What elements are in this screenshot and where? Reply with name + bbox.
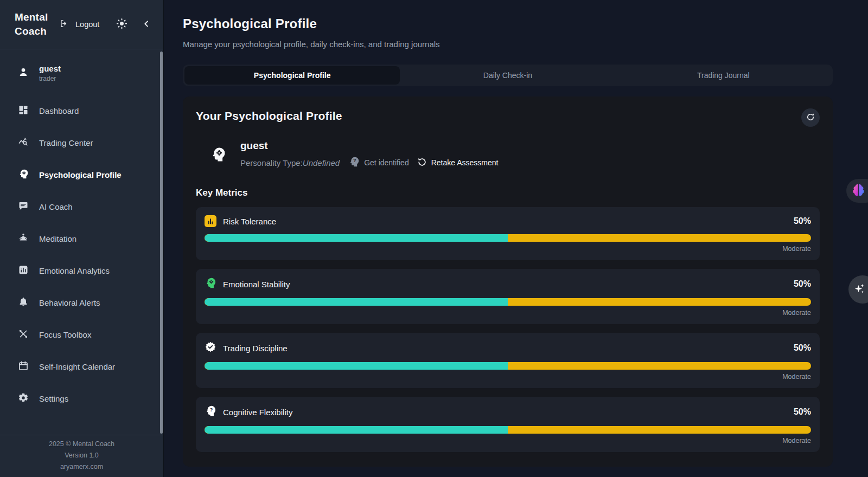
progress-bar — [205, 298, 811, 306]
footer-copyright: 2025 © Mental Coach — [5, 439, 158, 450]
metric-level: Moderate — [205, 309, 811, 317]
trading-chart-icon — [18, 137, 29, 149]
key-metrics-heading: Key Metrics — [196, 188, 820, 198]
personality-type-label: Personality Type: — [240, 158, 303, 167]
ai-brain-fab-button[interactable] — [846, 179, 868, 203]
tab-psychological-profile[interactable]: Psychological Profile — [184, 66, 400, 85]
metric-level: Moderate — [205, 373, 811, 381]
profile-user-name: guest — [240, 140, 498, 152]
gear-icon — [18, 392, 29, 405]
sidebar-header: Mental Coach Logout — [0, 0, 163, 49]
sidebar-scrollbar[interactable] — [160, 51, 163, 434]
logout-button[interactable]: Logout — [59, 19, 99, 30]
page-title: Psychological Profile — [183, 16, 868, 31]
app-brand: Mental Coach — [15, 10, 54, 38]
tab-bar: Psychological Profile Daily Check-in Tra… — [183, 65, 833, 86]
metric-value: 50% — [794, 216, 811, 226]
head-gear-green-icon — [205, 277, 216, 291]
progress-bar — [205, 362, 811, 370]
retake-assessment-button[interactable]: Retake Assessment — [417, 157, 499, 169]
sidebar-item-self-insight-calendar[interactable]: Self-Insight Calendar — [0, 351, 163, 383]
meditation-icon — [18, 233, 29, 245]
metric-emotional-stability: Emotional Stability 50% Moderate — [196, 269, 820, 324]
head-gear-icon — [18, 169, 29, 181]
progress-bar — [205, 234, 811, 242]
head-question-icon: ? — [205, 405, 216, 419]
metric-value: 50% — [794, 343, 811, 353]
get-identified-button[interactable]: ? Get identified — [348, 156, 409, 169]
tools-icon — [18, 328, 29, 341]
sidebar-item-settings[interactable]: Settings — [0, 383, 163, 415]
theme-toggle-button[interactable] — [116, 17, 128, 31]
progress-bar — [205, 426, 811, 434]
tab-daily-check-in[interactable]: Daily Check-in — [400, 66, 615, 85]
svg-text:?: ? — [353, 158, 356, 163]
sun-icon — [116, 17, 128, 31]
logout-icon — [59, 19, 68, 30]
tab-trading-journal[interactable]: Trading Journal — [616, 66, 831, 85]
metric-risk-tolerance: Risk Tolerance 50% Moderate — [196, 207, 820, 260]
sidebar-item-focus-toolbox[interactable]: Focus Toolbox — [0, 319, 163, 351]
footer-website: aryamerx.com — [5, 461, 158, 473]
user-name: guest — [39, 64, 61, 74]
metric-trading-discipline: Trading Discipline 50% Moderate — [196, 333, 820, 388]
metric-value: 50% — [794, 279, 811, 289]
sidebar-item-dashboard[interactable]: Dashboard — [0, 95, 163, 127]
analytics-icon — [18, 265, 29, 277]
page-subtitle: Manage your psychological profile, daily… — [183, 40, 868, 49]
bar-chart-icon — [205, 215, 216, 227]
user-role: trader — [39, 75, 61, 82]
metric-cognitive-flexibility: ? Cognitive Flexibility 50% Moderate — [196, 397, 820, 452]
calendar-icon — [18, 360, 29, 373]
badge-check-icon — [205, 341, 216, 355]
metric-value: 50% — [794, 407, 811, 417]
sidebar-item-trading-center[interactable]: Trading Center — [0, 127, 163, 159]
sidebar-collapse-button[interactable] — [142, 20, 151, 30]
footer-version: Version 1.0 — [5, 450, 158, 461]
sidebar-footer: 2025 © Mental Coach Version 1.0 aryamerx… — [0, 435, 163, 477]
metric-level: Moderate — [205, 437, 811, 444]
chat-icon — [18, 201, 29, 213]
refresh-button[interactable] — [801, 108, 820, 127]
retake-rotate-icon — [417, 157, 427, 169]
head-gear-avatar-icon — [210, 146, 226, 163]
svg-text:?: ? — [210, 407, 213, 412]
sidebar-item-behavioral-alerts[interactable]: Behavioral Alerts — [0, 287, 163, 319]
sidebar-nav: guest trader Dashboard Trading Center Ps… — [0, 49, 163, 435]
metric-level: Moderate — [205, 245, 811, 253]
sidebar-item-psychological-profile[interactable]: Psychological Profile — [0, 159, 163, 191]
sidebar-item-emotional-analytics[interactable]: Emotional Analytics — [0, 255, 163, 287]
personality-type-value: Undefined — [303, 158, 340, 167]
sparkles-icon — [853, 282, 866, 297]
main-content: Psychological Profile Manage your psycho… — [164, 0, 868, 477]
brain-icon — [851, 183, 866, 199]
head-question-icon: ? — [348, 156, 360, 169]
sidebar: Mental Coach Logout guest trade — [0, 0, 164, 477]
bell-icon — [18, 296, 29, 309]
refresh-icon — [806, 112, 815, 124]
chevron-left-icon — [142, 20, 151, 30]
dashboard-icon — [18, 105, 29, 117]
profile-summary: guest Personality Type:Undefined ? Get i… — [196, 140, 820, 169]
sidebar-item-ai-coach[interactable]: AI Coach — [0, 191, 163, 223]
psychological-profile-card: Your Psychological Profile guest Persona… — [183, 96, 833, 467]
sidebar-item-meditation[interactable]: Meditation — [0, 223, 163, 255]
sidebar-user: guest trader — [0, 64, 163, 82]
person-icon — [18, 67, 29, 80]
card-title: Your Psychological Profile — [196, 109, 342, 123]
